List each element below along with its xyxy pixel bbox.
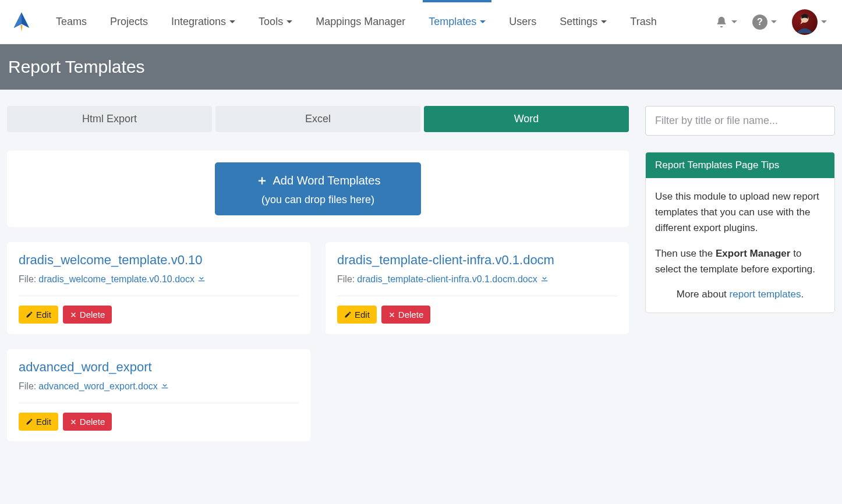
close-icon xyxy=(70,418,77,425)
template-title-link[interactable]: dradis_template-client-infra.v0.1.docm xyxy=(337,253,617,268)
close-icon xyxy=(388,311,395,318)
tips-panel: Report Templates Page Tips Use this modu… xyxy=(645,152,835,313)
tab-word[interactable]: Word xyxy=(424,106,629,132)
template-file-link[interactable]: advanced_word_export.docx xyxy=(38,381,158,392)
report-templates-link[interactable]: report templates xyxy=(730,289,801,300)
upload-main-label: Add Word Templates xyxy=(273,174,381,187)
tab-html-export[interactable]: Html Export xyxy=(7,106,212,132)
caret-down-icon xyxy=(286,20,292,23)
download-icon[interactable] xyxy=(160,381,169,392)
caret-down-icon xyxy=(821,20,827,23)
tips-header: Report Templates Page Tips xyxy=(646,152,834,178)
nav-right: ? xyxy=(712,6,836,38)
pencil-icon xyxy=(344,311,352,318)
tips-more: More about report templates. xyxy=(655,286,825,302)
delete-button[interactable]: Delete xyxy=(63,306,112,324)
bell-icon xyxy=(715,16,728,29)
help-icon: ? xyxy=(752,15,767,30)
app-logo[interactable] xyxy=(6,6,37,38)
page-header: Report Templates xyxy=(0,44,842,90)
nav-templates[interactable]: Templates xyxy=(417,0,497,44)
templates-grid: dradis_welcome_template.v0.10 File: drad… xyxy=(7,242,629,441)
card-actions: Edit Delete xyxy=(19,306,299,324)
template-card: advanced_word_export File: advanced_word… xyxy=(7,349,310,441)
top-navbar: Teams Projects Integrations Tools Mappin… xyxy=(0,0,842,44)
template-file-link[interactable]: dradis_welcome_template.v0.10.docx xyxy=(38,274,194,285)
nav-integrations[interactable]: Integrations xyxy=(160,0,247,44)
caret-down-icon xyxy=(771,20,777,23)
user-menu[interactable] xyxy=(788,6,830,38)
template-type-tabs: Html Export Excel Word xyxy=(7,106,629,132)
notifications-button[interactable] xyxy=(712,12,741,32)
svg-marker-2 xyxy=(20,25,22,32)
tips-paragraph: Then use the Export Manager to select th… xyxy=(655,246,825,277)
page-title: Report Templates xyxy=(8,57,834,77)
avatar xyxy=(792,9,818,35)
upload-panel: ＋ Add Word Templates (you can drop files… xyxy=(7,151,629,227)
delete-button[interactable]: Delete xyxy=(381,306,430,324)
content: Html Export Excel Word ＋ Add Word Templa… xyxy=(0,90,842,457)
card-actions: Edit Delete xyxy=(337,306,617,324)
template-file-line: File: advanced_word_export.docx xyxy=(19,381,299,392)
nav-projects[interactable]: Projects xyxy=(98,0,160,44)
help-button[interactable]: ? xyxy=(749,11,780,33)
close-icon xyxy=(70,311,77,318)
template-file-link[interactable]: dradis_template-client-infra.v0.1.docm.d… xyxy=(357,274,537,285)
nav-mappings-manager[interactable]: Mappings Manager xyxy=(304,0,417,44)
tips-body: Use this module to upload new report tem… xyxy=(646,178,834,313)
template-card: dradis_welcome_template.v0.10 File: drad… xyxy=(7,242,310,334)
card-actions: Edit Delete xyxy=(19,413,299,431)
tips-paragraph: Use this module to upload new report tem… xyxy=(655,189,825,236)
download-icon[interactable] xyxy=(540,274,549,285)
delete-button[interactable]: Delete xyxy=(63,413,112,431)
edit-button[interactable]: Edit xyxy=(19,413,58,431)
sidebar: Report Templates Page Tips Use this modu… xyxy=(645,106,835,313)
add-word-templates-button[interactable]: ＋ Add Word Templates (you can drop files… xyxy=(215,162,422,215)
svg-marker-1 xyxy=(14,12,22,28)
template-title-link[interactable]: dradis_welcome_template.v0.10 xyxy=(19,253,299,268)
nav-settings[interactable]: Settings xyxy=(548,0,618,44)
edit-button[interactable]: Edit xyxy=(337,306,377,324)
caret-down-icon xyxy=(229,20,235,23)
edit-button[interactable]: Edit xyxy=(19,306,58,324)
tab-excel[interactable]: Excel xyxy=(215,106,420,132)
plus-icon: ＋ xyxy=(256,172,268,189)
caret-down-icon xyxy=(601,20,607,23)
pencil-icon xyxy=(26,311,33,318)
template-title-link[interactable]: advanced_word_export xyxy=(19,360,299,375)
template-card: dradis_template-client-infra.v0.1.docm F… xyxy=(326,242,629,334)
main-column: Html Export Excel Word ＋ Add Word Templa… xyxy=(7,106,629,441)
filter-input[interactable] xyxy=(645,106,835,136)
nav-tools[interactable]: Tools xyxy=(247,0,304,44)
caret-down-icon xyxy=(731,20,737,23)
nav-users[interactable]: Users xyxy=(497,0,548,44)
pencil-icon xyxy=(26,418,33,425)
nav-trash[interactable]: Trash xyxy=(618,0,668,44)
download-icon[interactable] xyxy=(197,274,206,285)
main-nav: Teams Projects Integrations Tools Mappin… xyxy=(44,0,712,44)
caret-down-icon xyxy=(480,20,486,23)
nav-teams[interactable]: Teams xyxy=(44,0,98,44)
upload-sub-label: (you can drop files here) xyxy=(256,194,381,206)
template-file-line: File: dradis_welcome_template.v0.10.docx xyxy=(19,274,299,285)
template-file-line: File: dradis_template-client-infra.v0.1.… xyxy=(337,274,617,285)
